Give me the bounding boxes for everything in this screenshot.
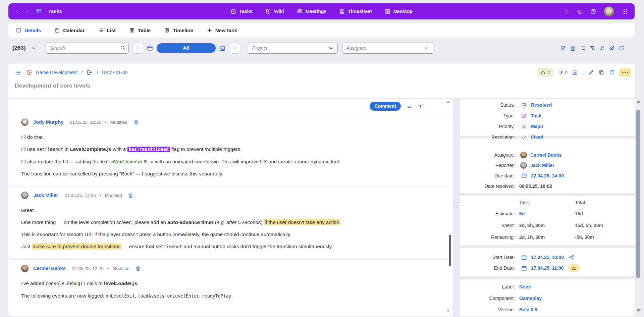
sort-icon[interactable] xyxy=(599,45,605,51)
trash-icon[interactable] xyxy=(135,266,141,271)
tab-new-task[interactable]: New task xyxy=(207,28,237,33)
refresh-icon[interactable] xyxy=(619,45,625,51)
tab-list[interactable]: List xyxy=(98,28,116,33)
filter-plus-icon[interactable] xyxy=(589,45,596,51)
task-list-icon[interactable] xyxy=(15,69,21,76)
comment-author-link[interactable]: Jody Murphy xyxy=(33,119,63,125)
edit-pencil-icon[interactable] xyxy=(588,69,594,75)
dislike-button[interactable]: 0 xyxy=(558,70,568,75)
page-scroll-down[interactable] xyxy=(637,309,641,312)
avatar[interactable] xyxy=(21,192,29,199)
task-check-icon[interactable] xyxy=(560,45,567,51)
comments-scroll-down[interactable] xyxy=(446,310,450,312)
breadcrumb-task-link[interactable]: GAME01-40 xyxy=(102,70,127,75)
tab-label: List xyxy=(107,28,116,33)
calendar-icon xyxy=(521,172,527,179)
align-lines-icon[interactable] xyxy=(406,103,413,109)
avatar[interactable] xyxy=(21,265,29,272)
start-date-value[interactable]: 17.04.25, 10:00 xyxy=(531,255,564,260)
clipboard-user-icon[interactable] xyxy=(570,45,576,51)
play-circle-icon[interactable] xyxy=(26,69,32,75)
comment-timestamp: 21.05.25, 12:25 xyxy=(72,266,104,271)
more-actions-button[interactable] xyxy=(619,68,631,77)
comment-button[interactable]: Comment xyxy=(370,102,401,111)
sprint-exit-icon[interactable] xyxy=(86,69,93,76)
status-label: Status: xyxy=(460,102,515,108)
priority-value[interactable]: Major xyxy=(531,124,543,129)
comment-author-link[interactable]: Carmel Banks xyxy=(33,266,66,271)
breadcrumb-project-link[interactable]: Game Development xyxy=(36,70,78,75)
project-select[interactable]: Project xyxy=(248,43,338,54)
chevron-down-icon[interactable] xyxy=(32,46,36,50)
comments-scrollbar-thumb[interactable] xyxy=(449,235,451,266)
comment-author-link[interactable]: Jack Miller xyxy=(33,193,58,198)
calendar-icon[interactable] xyxy=(147,45,153,51)
version-value[interactable]: Beta 0.9 xyxy=(519,307,537,312)
next-period-button[interactable] xyxy=(230,43,240,54)
lines-icon[interactable] xyxy=(580,45,586,51)
calendar-note-icon[interactable] xyxy=(572,69,578,75)
tab-label: New task xyxy=(215,28,237,33)
clipboard-check-icon xyxy=(230,8,236,14)
reporter-value[interactable]: Jack Miller xyxy=(530,163,554,168)
overdue-warning-badge[interactable] xyxy=(568,264,580,272)
copy-icon[interactable] xyxy=(598,69,604,75)
app-logo[interactable] xyxy=(35,7,43,16)
share-icon[interactable] xyxy=(569,254,575,260)
page-scrollbar-thumb[interactable] xyxy=(636,110,640,278)
end-date-value[interactable]: 17.04.25, 11:00 xyxy=(531,265,564,271)
search-icon[interactable] xyxy=(120,45,126,51)
refresh-icon[interactable] xyxy=(609,69,615,75)
nav-item-wiki[interactable]: Wiki xyxy=(265,8,284,14)
tab-calendar[interactable]: Calendar xyxy=(54,28,85,33)
trash-icon[interactable] xyxy=(133,119,139,125)
nav-item-desktop[interactable]: Desktop xyxy=(385,8,413,14)
eye-slash-icon[interactable] xyxy=(609,45,615,51)
component-value[interactable]: Gameplay xyxy=(519,296,542,301)
tab-table[interactable]: Table xyxy=(129,28,151,33)
avatar[interactable] xyxy=(21,118,29,126)
due-date-label: Due date: xyxy=(460,173,515,178)
estimate-task-value[interactable]: 5d xyxy=(519,211,575,216)
sort-ascending-icon[interactable] xyxy=(418,103,424,109)
like-button[interactable]: 1 xyxy=(537,68,553,77)
search-box xyxy=(46,43,129,54)
panel-resize-handle[interactable] xyxy=(454,202,458,209)
help-icon[interactable] xyxy=(590,8,596,15)
label-value[interactable]: None xyxy=(519,284,531,289)
back-icon[interactable] xyxy=(15,9,20,14)
apps-grid-icon[interactable] xyxy=(622,8,628,15)
nav-label: Timesheet xyxy=(348,9,372,14)
remaining-total-value: -5h, 30m xyxy=(575,234,594,240)
calendar-search-icon[interactable] xyxy=(219,45,226,52)
bell-icon[interactable] xyxy=(577,8,583,15)
comments-scroll-up[interactable] xyxy=(446,101,450,103)
divider: | xyxy=(582,70,584,75)
assignee-avatar[interactable] xyxy=(520,152,527,158)
tab-details[interactable]: Details xyxy=(16,28,41,33)
main-nav: Tasks Wiki Meetings Timesheet Desktop xyxy=(8,8,635,14)
task-header: Game Development / / GAME01-40 1 0 | Dev… xyxy=(8,64,635,99)
assignee-select[interactable]: Assignee xyxy=(342,43,433,54)
stopwatch-icon[interactable] xyxy=(563,8,570,15)
assignee-value[interactable]: Carmel Banks xyxy=(530,152,561,158)
due-date-value[interactable]: 22.04.25, 14:00 xyxy=(531,173,564,178)
range-all-button[interactable]: All xyxy=(157,43,216,53)
nav-item-timesheet[interactable]: Timesheet xyxy=(339,8,372,14)
comment: Jody Murphy 21.05.25, 12:25 • Modified I… xyxy=(8,113,453,187)
comment-paragraph: One more thing — on the level completion… xyxy=(21,219,440,226)
reporter-avatar[interactable] xyxy=(520,162,527,169)
search-input[interactable] xyxy=(46,43,129,54)
type-value[interactable]: Task xyxy=(531,113,541,118)
nav-item-meetings[interactable]: Meetings xyxy=(297,8,327,14)
user-avatar[interactable] xyxy=(603,6,614,17)
chevron-down-icon[interactable] xyxy=(25,9,30,14)
trash-icon[interactable] xyxy=(128,193,133,198)
page-scroll-up[interactable] xyxy=(637,100,641,103)
prev-period-button[interactable] xyxy=(133,43,143,54)
version-label: Version: xyxy=(460,307,515,312)
comment-paragraph: I'll use setTimeout in LevelComplete.js … xyxy=(21,146,440,153)
nav-item-tasks[interactable]: Tasks xyxy=(230,8,253,14)
status-value[interactable]: Resolved xyxy=(531,102,552,108)
tab-timeline[interactable]: Timeline xyxy=(164,28,193,33)
